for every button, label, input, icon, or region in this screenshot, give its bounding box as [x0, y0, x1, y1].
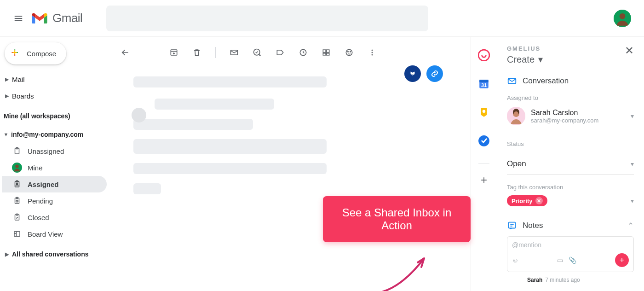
tag-label: Tag this conversation — [507, 184, 634, 191]
compose-plus-icon — [11, 49, 20, 58]
menu-button[interactable] — [7, 7, 29, 29]
more-button[interactable] — [362, 42, 382, 63]
assignee-name: Sarah Carslon — [531, 109, 598, 117]
note-meta: Sarah7 minutes ago — [527, 277, 634, 283]
tag-button[interactable] — [339, 42, 359, 63]
nav-mine-workspaces[interactable]: Mine (all workspaces) — [2, 108, 107, 124]
mark-unread-button[interactable] — [224, 42, 244, 63]
svg-point-23 — [346, 49, 352, 55]
add-note-button[interactable]: + — [615, 253, 629, 267]
assignee-dropdown[interactable]: Sarah Carslon sarah@my-company.com ▾ — [507, 104, 634, 131]
assigned-to-label: Assigned to — [507, 94, 634, 101]
svg-point-26 — [372, 50, 373, 51]
message-skeleton — [107, 65, 471, 194]
nav-shared-inbox[interactable]: ▼info@my-company.com — [2, 126, 107, 143]
label-button[interactable] — [270, 42, 290, 63]
panel-create-dropdown[interactable]: Create ▾ — [507, 54, 543, 65]
chevron-down-icon: ▾ — [538, 54, 543, 65]
clipboard-clock-icon — [11, 197, 23, 205]
clipboard-check-icon — [11, 213, 23, 221]
panel-brand: GMELIUS — [507, 45, 543, 52]
tag-dropdown[interactable]: Priority ✕ ▾ — [507, 195, 634, 206]
account-avatar[interactable] — [614, 10, 631, 27]
hiver-icon[interactable] — [404, 65, 421, 82]
assignee-avatar — [507, 107, 525, 125]
svg-point-1 — [620, 13, 626, 19]
nav-all-shared[interactable]: ▶All shared conversations — [2, 246, 107, 262]
keep-rail-icon[interactable] — [475, 103, 493, 122]
sidebar-item-pending[interactable]: Pending — [2, 192, 107, 209]
sidebar-item-unassigned[interactable]: Unassigned — [2, 143, 107, 159]
cta-shared-inbox-button[interactable]: See a Shared Inbox in Action — [323, 196, 471, 242]
sidebar-item-assigned[interactable]: Assigned — [2, 176, 107, 192]
add-task-button[interactable] — [247, 42, 267, 63]
notes-section-header[interactable]: Notes ⌃ — [507, 221, 634, 231]
tasks-rail-icon[interactable] — [475, 132, 493, 150]
svg-point-24 — [348, 52, 349, 52]
chevron-down-icon: ▾ — [631, 197, 634, 204]
sidebar: Compose ▶Mail ▶Boards Mine (all workspac… — [0, 37, 107, 291]
mail-icon — [507, 76, 517, 86]
svg-point-33 — [483, 110, 486, 113]
delete-button[interactable] — [187, 42, 207, 63]
chevron-down-icon: ▾ — [631, 112, 634, 120]
mine-avatar-icon — [12, 163, 22, 173]
gmail-icon — [31, 12, 48, 25]
chevron-down-icon: ▾ — [631, 160, 634, 168]
conversation-section-header: Conversation — [507, 76, 634, 86]
status-label: Status — [507, 140, 634, 147]
panel-close-button[interactable]: ✕ — [625, 45, 634, 56]
archive-button[interactable] — [164, 42, 184, 63]
gmail-header: Gmail — [0, 0, 644, 37]
compose-label: Compose — [27, 50, 56, 58]
clipboard-user-icon — [11, 180, 23, 188]
svg-point-5 — [15, 165, 18, 168]
content-area: See a Shared Inbox in Action Take a 30-s… — [107, 37, 471, 291]
chevron-up-icon[interactable]: ⌃ — [627, 221, 634, 231]
gmelius-rail-icon[interactable] — [475, 46, 493, 64]
status-dropdown[interactable]: Open ▾ — [507, 157, 634, 175]
nav-mail[interactable]: ▶Mail — [2, 71, 107, 87]
svg-rect-38 — [509, 222, 516, 228]
emoji-icon[interactable]: ☺ — [512, 256, 518, 264]
sidebar-item-closed[interactable]: Closed — [2, 209, 107, 226]
svg-text:31: 31 — [481, 82, 487, 88]
video-icon[interactable]: ▭ — [557, 256, 563, 264]
svg-rect-20 — [327, 50, 329, 52]
nav-boards[interactable]: ▶Boards — [2, 87, 107, 104]
snooze-button[interactable] — [293, 42, 313, 63]
board-button[interactable] — [316, 42, 336, 63]
svg-rect-19 — [323, 50, 326, 52]
tag-remove-icon[interactable]: ✕ — [535, 197, 543, 204]
gmelius-panel: GMELIUS Create ▾ ✕ Conversation Assigned… — [497, 37, 644, 291]
sidebar-item-board-view[interactable]: Board View — [2, 226, 107, 242]
svg-rect-22 — [327, 53, 329, 55]
gmail-logo-text: Gmail — [52, 11, 82, 25]
svg-point-28 — [372, 54, 373, 56]
svg-rect-21 — [323, 53, 326, 55]
assignee-email: sarah@my-company.com — [531, 117, 598, 124]
svg-point-25 — [350, 52, 351, 52]
board-icon — [11, 230, 23, 238]
gmail-logo[interactable]: Gmail — [31, 11, 82, 25]
compose-button[interactable]: Compose — [5, 42, 66, 64]
note-placeholder: @mention — [512, 241, 629, 249]
attach-icon[interactable]: 📎 — [569, 256, 576, 264]
search-input[interactable] — [106, 6, 428, 31]
svg-point-8 — [17, 183, 18, 185]
sidebar-item-mine[interactable]: Mine — [2, 159, 107, 176]
side-rail: 31 + — [471, 37, 497, 291]
svg-point-29 — [478, 50, 489, 61]
arrow-icon — [374, 251, 438, 291]
back-button[interactable] — [115, 42, 135, 63]
clipboard-icon — [11, 147, 23, 155]
calendar-rail-icon[interactable]: 31 — [475, 75, 493, 93]
tag-priority[interactable]: Priority ✕ — [507, 195, 547, 206]
note-input[interactable]: @mention ☺ ▭ 📎 + — [507, 236, 634, 272]
add-rail-button[interactable]: + — [481, 174, 487, 186]
notes-icon — [507, 221, 517, 231]
svg-point-27 — [372, 52, 373, 53]
message-toolbar — [107, 40, 471, 65]
link-icon[interactable] — [426, 65, 443, 82]
